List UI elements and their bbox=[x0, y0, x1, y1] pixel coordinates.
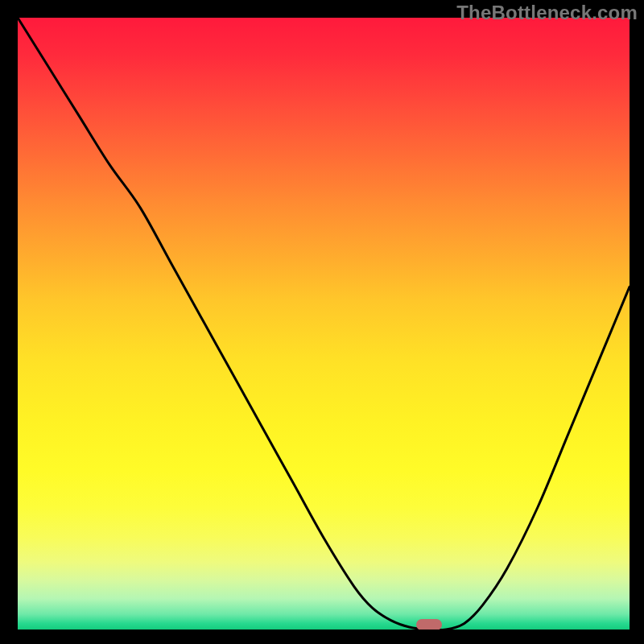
watermark-text: TheBottleneck.com bbox=[456, 2, 638, 24]
bottleneck-curve bbox=[18, 18, 630, 630]
plot-area bbox=[18, 18, 630, 630]
curve-svg bbox=[18, 18, 630, 630]
optimal-marker bbox=[416, 619, 442, 630]
